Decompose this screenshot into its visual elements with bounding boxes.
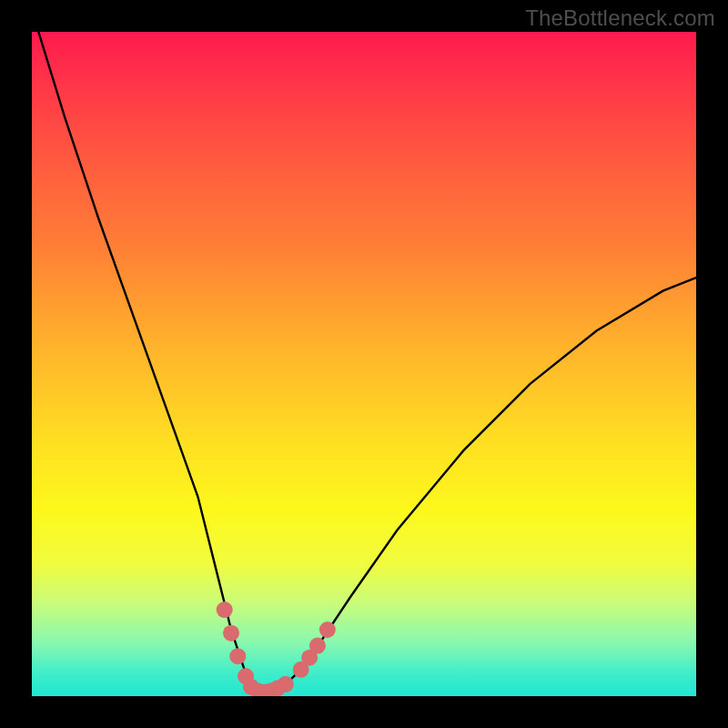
marker-dot <box>229 648 246 664</box>
marker-dot <box>217 602 233 618</box>
marker-dot <box>319 622 336 638</box>
highlight-markers <box>217 602 336 696</box>
marker-dot <box>223 625 239 642</box>
bottleneck-curve <box>38 32 696 693</box>
watermark-text: TheBottleneck.com <box>525 5 715 31</box>
marker-dot <box>309 638 326 654</box>
chart-frame: TheBottleneck.com <box>0 0 728 728</box>
chart-svg <box>32 32 696 696</box>
marker-dot <box>278 676 294 693</box>
plot-area <box>32 32 696 696</box>
